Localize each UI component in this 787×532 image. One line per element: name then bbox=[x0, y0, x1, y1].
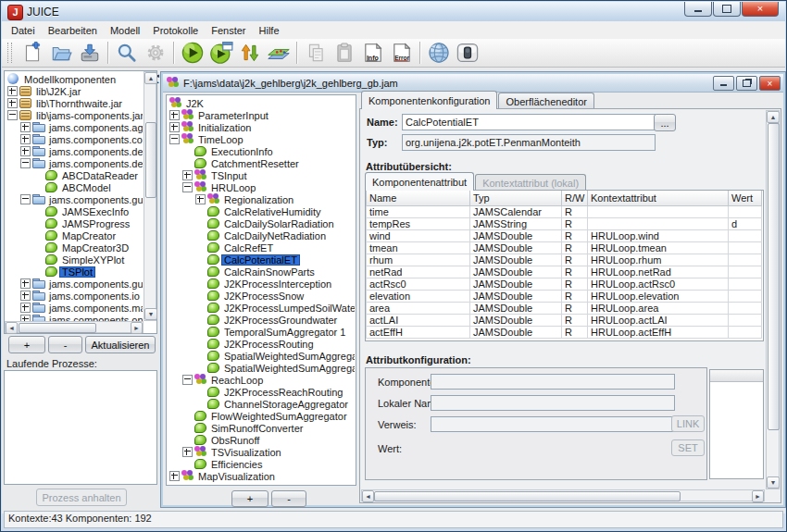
tree-toggle-plus[interactable] bbox=[181, 447, 194, 457]
table-cell[interactable]: HRULoop.elevation bbox=[588, 291, 729, 303]
expand-icon[interactable] bbox=[20, 303, 31, 313]
frame-minimize-button[interactable] bbox=[713, 76, 734, 91]
table-cell[interactable]: actEffH bbox=[367, 327, 470, 339]
tree-item[interactable]: CatchmentResetter bbox=[169, 157, 355, 169]
close-button[interactable]: × bbox=[742, 2, 779, 17]
tree-item[interactable]: jams.components.optimi bbox=[6, 314, 143, 321]
tree-item[interactable]: jams.components.io bbox=[6, 290, 143, 302]
expand-icon[interactable] bbox=[20, 291, 31, 301]
maximize-button[interactable] bbox=[713, 2, 741, 17]
tree-item[interactable]: ABCDataReader bbox=[6, 169, 143, 181]
tree-item[interactable]: lib\J2K.jar bbox=[6, 85, 143, 97]
frame-remove-button[interactable]: - bbox=[271, 490, 306, 507]
tree-item[interactable]: J2KProcessRouting bbox=[169, 338, 355, 350]
browse-button[interactable]: ... bbox=[654, 114, 676, 131]
table-cell[interactable]: R bbox=[562, 315, 588, 327]
menu-modell[interactable]: Modell bbox=[104, 23, 146, 38]
run-model-gui-button[interactable] bbox=[206, 41, 235, 66]
config-horizontal-scrollbar[interactable]: ◄ ► bbox=[361, 489, 765, 501]
collapse-icon[interactable] bbox=[182, 375, 193, 385]
tree-item[interactable]: jams.components.machi bbox=[6, 302, 143, 314]
menu-fenster[interactable]: Fenster bbox=[205, 23, 252, 38]
tree-item[interactable]: SpatialWeightedSumAggregator 1 bbox=[169, 350, 355, 362]
tree-toggle-minus[interactable] bbox=[169, 134, 181, 144]
collapse-icon[interactable] bbox=[7, 110, 18, 120]
frame-close-button[interactable]: × bbox=[759, 76, 781, 91]
table-cell[interactable]: R bbox=[562, 278, 588, 291]
table-cell[interactable]: time bbox=[367, 206, 470, 218]
refresh-button[interactable]: Aktualisieren bbox=[85, 336, 156, 353]
table-cell[interactable]: R bbox=[562, 230, 588, 242]
tree-item[interactable]: CalcRainSnowParts bbox=[169, 266, 355, 278]
menu-hilfe[interactable]: Hilfe bbox=[253, 23, 286, 38]
table-row[interactable]: tempResJAMSStringRd bbox=[367, 218, 762, 230]
tree-horizontal-scrollbar[interactable]: ◄ ► bbox=[5, 321, 144, 333]
tab-kontextattribut[interactable]: Kontextattribut (lokal) bbox=[475, 174, 586, 191]
table-cell[interactable]: JAMSDouble bbox=[470, 303, 562, 315]
table-cell[interactable]: R bbox=[562, 254, 588, 266]
scrollbar-thumb[interactable] bbox=[145, 122, 156, 198]
tree-toggle-plus[interactable] bbox=[19, 303, 31, 313]
tree-item[interactable]: lib\jams-components.jar bbox=[6, 109, 143, 121]
tree-item[interactable]: Efficiencies bbox=[169, 458, 355, 470]
power-button[interactable] bbox=[453, 41, 481, 66]
table-cell[interactable] bbox=[588, 218, 729, 230]
table-cell[interactable]: HRULoop.actEffH bbox=[588, 327, 729, 339]
tree-item[interactable]: CalcDailySolarRadiation bbox=[169, 217, 355, 229]
table-cell[interactable]: JAMSString bbox=[470, 218, 562, 230]
table-row[interactable]: tmeanJAMSDoubleRHRULoop.tmean bbox=[367, 242, 762, 254]
info-log-button[interactable]: Info bbox=[358, 41, 387, 66]
tree-toggle-plus[interactable] bbox=[169, 110, 181, 120]
verweis-field[interactable] bbox=[431, 416, 675, 432]
web-button[interactable] bbox=[424, 41, 453, 66]
tree-item[interactable]: Regionalization bbox=[169, 193, 355, 205]
expand-icon[interactable] bbox=[195, 194, 206, 204]
table-cell[interactable]: R bbox=[562, 266, 588, 278]
tree-item[interactable]: jams.components.gui.sp bbox=[6, 278, 143, 290]
tree-item[interactable]: HRULoop bbox=[169, 181, 355, 193]
table-cell[interactable]: JAMSDouble bbox=[470, 230, 562, 242]
collapse-icon[interactable] bbox=[20, 158, 31, 168]
tree-toggle-plus[interactable] bbox=[169, 471, 181, 481]
tree-item[interactable]: J2KProcessLumpedSoilWater bbox=[169, 302, 355, 314]
table-row[interactable]: timeJAMSCalendarR bbox=[367, 206, 762, 218]
collapse-icon[interactable] bbox=[20, 194, 31, 204]
table-cell[interactable] bbox=[729, 266, 762, 278]
tree-item[interactable]: ObsRunoff bbox=[169, 434, 355, 446]
lokaler-name-field[interactable] bbox=[431, 395, 675, 411]
tree-item[interactable]: TSInput bbox=[169, 169, 355, 181]
run-model-button[interactable] bbox=[178, 41, 206, 66]
expand-icon[interactable] bbox=[20, 122, 31, 132]
search-component-button[interactable] bbox=[112, 41, 141, 66]
error-log-button[interactable]: Error bbox=[387, 41, 416, 66]
table-cell[interactable]: HRULoop.rhum bbox=[588, 254, 729, 266]
table-cell[interactable]: R bbox=[562, 242, 588, 254]
scroll-up-icon[interactable]: ▲ bbox=[767, 111, 780, 123]
table-row[interactable]: actEffHJAMSDoubleRHRULoop.actEffH bbox=[367, 327, 762, 339]
toolbar-drag-handle[interactable] bbox=[7, 43, 12, 63]
attribute-table[interactable]: NameTypR/WKontextattributWerttimeJAMSCal… bbox=[366, 191, 762, 339]
tree-item[interactable]: J2KProcessReachRouting bbox=[169, 386, 355, 398]
tree-item[interactable]: jams.components.condit bbox=[6, 133, 143, 145]
copy-button[interactable] bbox=[301, 41, 330, 66]
tree-item[interactable]: jams.components.debug bbox=[6, 145, 143, 157]
tree-toggle-minus[interactable] bbox=[181, 182, 194, 192]
tree-toggle-minus[interactable] bbox=[181, 375, 194, 385]
set-button[interactable]: SET bbox=[671, 439, 705, 456]
open-model-button[interactable] bbox=[46, 41, 75, 66]
table-row[interactable]: actLAIJAMSDoubleRHRULoop.actLAI bbox=[367, 315, 762, 327]
save-model-button[interactable] bbox=[75, 41, 104, 66]
menu-bearbeiten[interactable]: Bearbeiten bbox=[42, 23, 104, 38]
tree-toggle-plus[interactable] bbox=[6, 86, 19, 96]
table-cell[interactable]: HRULoop.netRad bbox=[588, 266, 729, 278]
table-cell[interactable]: JAMSDouble bbox=[470, 266, 562, 278]
map-button[interactable] bbox=[264, 41, 293, 66]
table-cell[interactable] bbox=[729, 327, 762, 339]
tree-item[interactable]: Initialization bbox=[169, 121, 355, 133]
tree-item[interactable]: MapVisualization bbox=[169, 470, 355, 482]
table-cell[interactable] bbox=[729, 254, 762, 266]
tree-toggle-plus[interactable] bbox=[19, 146, 31, 156]
tree-item[interactable]: TSPlot bbox=[6, 266, 143, 278]
tab-komponentenkonfiguration[interactable]: Komponentenkonfiguration bbox=[361, 91, 497, 109]
table-cell[interactable]: actLAI bbox=[367, 315, 470, 327]
